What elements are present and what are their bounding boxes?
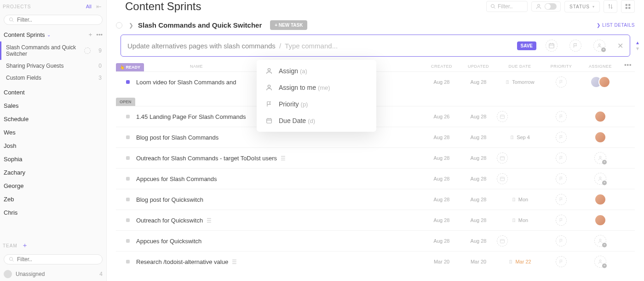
svg-point-6 <box>538 4 540 6</box>
collapse-sidebar-icon[interactable]: ⇤ <box>96 3 102 10</box>
svg-rect-7 <box>626 4 627 6</box>
compose-hint: Type command... <box>285 42 338 50</box>
status-dot <box>126 260 130 263</box>
sidebar-item[interactable]: Wes <box>0 126 106 139</box>
due-date-icon[interactable] <box>497 173 508 184</box>
task-row[interactable]: Blog post for QuickswitchAug 28Aug 28🗓Mo… <box>116 189 635 210</box>
priority-icon[interactable] <box>556 235 567 246</box>
sidebar-item[interactable]: Content <box>0 86 106 99</box>
grid-button[interactable] <box>621 0 635 13</box>
slash-menu-item[interactable]: Priority(p) <box>257 96 376 112</box>
create-task-row[interactable]: ＋Create new task <box>116 277 635 281</box>
note-icon: ☰ <box>232 259 237 265</box>
status-filter-button[interactable]: STATUS ▾ <box>564 1 600 12</box>
status-tag[interactable]: OPEN <box>116 98 135 106</box>
sort-button[interactable] <box>604 0 617 13</box>
projects-filter-input[interactable] <box>17 17 98 23</box>
note-icon: ☰ <box>281 155 286 162</box>
task-row[interactable]: Outreach for Slash Commands - target ToD… <box>116 147 635 168</box>
due-date-icon[interactable] <box>497 152 508 164</box>
team-filter[interactable] <box>4 254 103 264</box>
sidebar-item[interactable]: George <box>0 179 106 193</box>
projects-filter[interactable] <box>4 15 103 25</box>
priority-pick-icon[interactable] <box>569 40 581 52</box>
projects-heading: PROJECTS <box>3 4 31 9</box>
svg-line-1 <box>12 21 14 22</box>
status-tag[interactable]: 👆 READY <box>116 63 144 71</box>
main-area: Content Sprints Filter.. STATUS ▾ <box>107 0 644 281</box>
search-icon <box>490 4 496 9</box>
svg-rect-9 <box>626 7 627 9</box>
sidebar-item[interactable]: Zachary <box>0 166 106 179</box>
status-dot <box>126 115 130 118</box>
sidebar-item[interactable]: Sophia <box>0 152 106 166</box>
slash-menu-item[interactable]: Due Date(d) <box>257 112 376 129</box>
save-button[interactable]: SAVE <box>517 41 537 50</box>
flag-icon <box>264 101 274 107</box>
slash-menu-item[interactable]: Assign(a) <box>257 63 376 79</box>
assignee-icon[interactable]: + <box>594 256 606 268</box>
sidebar-item[interactable]: Zeb <box>0 193 106 206</box>
team-filter-input[interactable] <box>17 256 98 263</box>
user-icon <box>264 84 274 91</box>
svg-point-27 <box>599 260 601 262</box>
slash-menu-item[interactable]: Assign to me(me) <box>257 79 376 96</box>
sidebar-project[interactable]: Custom Fields3 <box>0 72 106 84</box>
me-toggle[interactable] <box>531 1 561 12</box>
chevron-down-icon: ⌄ <box>47 32 51 37</box>
priority-icon[interactable] <box>556 152 567 164</box>
task-row[interactable]: Outreach for Quickswitch☰Aug 28Aug 28🗓Mo… <box>116 210 635 230</box>
due-date-icon[interactable] <box>497 235 508 246</box>
cal-icon <box>264 117 274 124</box>
sidebar: PROJECTS All ⇤ Content Sprints ⌄ ＋ ••• S… <box>0 0 107 281</box>
header-filter[interactable]: Filter.. <box>486 1 528 12</box>
move-down-icon[interactable]: ▼ <box>635 46 640 51</box>
status-dot <box>126 198 130 201</box>
status-dot <box>126 156 130 160</box>
due-date-pick-icon[interactable] <box>546 40 558 52</box>
priority-icon[interactable] <box>556 215 567 226</box>
sidebar-item[interactable]: Schedule <box>0 112 106 126</box>
priority-icon[interactable] <box>556 256 567 267</box>
projects-all-link[interactable]: All <box>86 4 92 9</box>
svg-rect-18 <box>500 157 505 160</box>
column-due: DUE DATE <box>497 64 543 69</box>
svg-point-4 <box>491 5 494 8</box>
project-group[interactable]: Content Sprints ⌄ ＋ ••• <box>0 28 106 41</box>
sidebar-project[interactable]: Sharing Privacy Guests0 <box>0 60 106 72</box>
task-row[interactable]: Research /todoist-alternative value☰Mar … <box>116 251 635 272</box>
assignee-icon[interactable]: + <box>594 173 606 185</box>
due-date-icon[interactable] <box>497 111 508 122</box>
priority-icon[interactable] <box>556 111 567 122</box>
chevron-down-icon: ▾ <box>592 5 595 9</box>
unassigned-row[interactable]: Unassigned 4 <box>0 267 106 281</box>
assignee-pick-icon[interactable]: + <box>593 40 605 52</box>
sidebar-item[interactable]: Josh <box>0 139 106 152</box>
assignee-icon[interactable]: + <box>594 235 606 247</box>
svg-point-28 <box>268 69 270 71</box>
priority-icon[interactable] <box>556 194 567 205</box>
assignee-icon[interactable]: + <box>594 152 606 164</box>
move-up-icon[interactable]: ▲ <box>635 40 640 45</box>
sidebar-project[interactable]: Slash Commands and Quick Switcher9 <box>0 41 106 60</box>
sidebar-item[interactable]: Chris <box>0 206 106 219</box>
section-status-icon[interactable] <box>116 22 122 29</box>
svg-line-5 <box>494 7 495 9</box>
sidebar-item[interactable]: Sales <box>0 99 106 112</box>
priority-icon[interactable] <box>556 76 567 88</box>
add-team-icon[interactable]: ＋ <box>22 241 28 249</box>
new-task-button[interactable]: + NEW TASK <box>270 20 307 30</box>
priority-icon[interactable] <box>556 173 567 184</box>
group-more-icon[interactable]: ••• <box>96 31 103 38</box>
close-icon[interactable]: ✕ <box>617 41 623 50</box>
task-row[interactable]: Appcues for Slash CommandsAug 28Aug 28+ <box>116 168 635 189</box>
add-project-icon[interactable]: ＋ <box>87 30 93 39</box>
user-icon <box>264 67 274 75</box>
task-row[interactable]: Appcues for QuickswitchAug 28Aug 28+ <box>116 230 635 251</box>
new-task-input[interactable]: Update alternatives pages with slash com… <box>121 35 630 57</box>
status-dot <box>126 218 130 222</box>
more-icon[interactable]: ••• <box>621 61 635 69</box>
priority-icon[interactable] <box>556 132 567 143</box>
list-details-link[interactable]: ❯ LIST DETAILS <box>597 23 635 28</box>
slash-command-menu: Assign(a)Assign to me(me)Priority(p)Due … <box>257 60 376 132</box>
